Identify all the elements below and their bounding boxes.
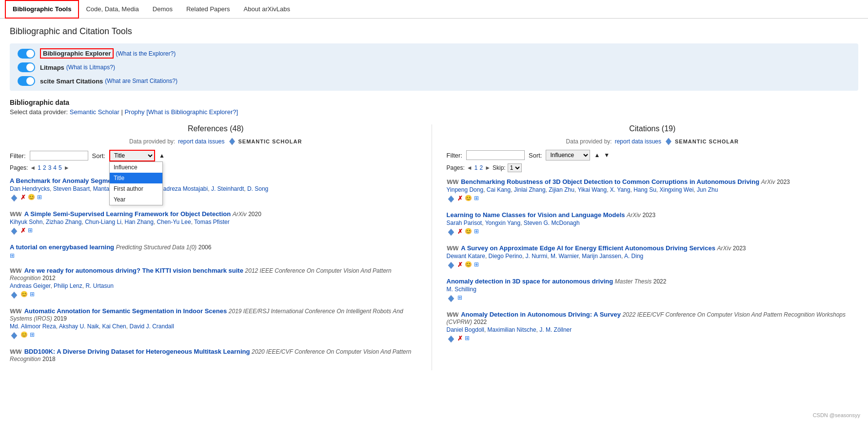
x-icon-c1[interactable]: ✗ (457, 195, 463, 203)
orange-icon-c1[interactable]: 😊 (465, 195, 472, 203)
grid-icon-c1[interactable]: ⊞ (474, 195, 479, 203)
tab-about-arxivlabs[interactable]: About arXivLabs (237, 0, 297, 19)
ss-icon-c1[interactable] (447, 195, 455, 203)
cit-authors-1: Yinpeng Dong, Cai Kang, Jinlai Zhang, Zi… (447, 186, 859, 193)
ref-title-3[interactable]: A tutorial on energybased learning (10, 243, 114, 251)
cit-title-2[interactable]: Learning to Name Classes for Vision and … (447, 211, 625, 219)
toggle-explorer[interactable] (18, 49, 35, 59)
references-sort-select[interactable]: Influence Title First author Year (110, 151, 154, 161)
ww-prefix-6: 𝕎𝕎 (10, 349, 21, 355)
cit-sort-desc[interactable]: ▼ (604, 152, 610, 159)
provider-semantic-scholar[interactable]: Semantic Scholar (70, 108, 119, 116)
x-icon-1[interactable]: ✗ (20, 194, 26, 202)
ref-authors-2: Kihyuk Sohn, Zizhao Zhang, Chun-Liang Li… (10, 219, 422, 225)
ref-title-5[interactable]: Automatic Annotation for Semantic Segmen… (24, 307, 227, 315)
citations-prev-page[interactable]: ◄ (467, 164, 473, 171)
main-content: Bibliographic and Citation Tools Bibliog… (0, 19, 868, 378)
cit-title-5[interactable]: Anomaly Detection in Autonomous Driving:… (461, 311, 621, 318)
ref-title-4[interactable]: Are we ready for autonomous driving? The… (24, 267, 243, 274)
ref-title-6[interactable]: BDD100K: A Diverse Driving Dataset for H… (24, 348, 250, 355)
grid-icon-c2[interactable]: ⊞ (474, 228, 479, 237)
top-nav: Bibliographic Tools Code, Data, Media De… (0, 0, 868, 19)
ss-icon-c5[interactable] (447, 335, 455, 343)
grid-icon-c4[interactable]: ⊞ (457, 294, 462, 303)
orange-icon-4[interactable]: 😊 (20, 291, 28, 300)
sort-dropdown-overlay: Influence Title First author Year (109, 161, 163, 205)
sort-option-title[interactable]: Title (110, 173, 162, 183)
cit-title-3[interactable]: A Survey on Approximate Edge AI for Ener… (461, 244, 715, 252)
references-page-3[interactable]: 3 (48, 164, 52, 171)
citations-next-page[interactable]: ► (485, 164, 491, 171)
citations-page-2[interactable]: 2 (479, 164, 483, 171)
toggle-litmaps[interactable] (18, 62, 35, 72)
orange-icon-c3[interactable]: 😊 (465, 261, 472, 270)
scite-link[interactable]: (What are Smart Citations?) (105, 78, 178, 84)
provider-prophy[interactable]: Prophy (124, 108, 144, 116)
references-page-1[interactable]: 1 (38, 164, 41, 171)
sort-asc-icon[interactable]: ▲ (159, 152, 165, 159)
explorer-link[interactable]: (What is the Explorer?) (116, 50, 176, 57)
ss-icon-c2[interactable] (447, 228, 455, 237)
references-page-5[interactable]: 5 (59, 164, 62, 171)
ww-prefix-2: 𝕎𝕎 (10, 211, 21, 217)
sort-option-year[interactable]: Year (110, 194, 162, 205)
orange-icon-1[interactable]: 😊 (28, 194, 35, 202)
litmaps-link[interactable]: (What is Litmaps?) (66, 64, 115, 71)
cit-sort-asc[interactable]: ▲ (594, 152, 600, 159)
tab-bibliographic-tools[interactable]: Bibliographic Tools (5, 0, 79, 19)
cit-year-5: 2022 (474, 319, 487, 325)
citations-page-1[interactable]: 1 (474, 164, 478, 171)
ss-icon-c4[interactable] (447, 294, 455, 303)
x-icon-c5[interactable]: ✗ (457, 335, 463, 343)
orange-icon-c2[interactable]: 😊 (465, 228, 472, 237)
sort-option-influence[interactable]: Influence (110, 162, 162, 173)
toggle-scite[interactable] (18, 76, 35, 86)
grid-icon-2[interactable]: ⊞ (28, 227, 33, 236)
orange-icon-5[interactable]: 😊 (20, 331, 28, 340)
references-next-page[interactable]: ► (64, 164, 70, 171)
references-page-2[interactable]: 2 (43, 164, 46, 171)
grid-icon-c3[interactable]: ⊞ (474, 261, 479, 270)
cit-item-4: Anomaly detection in 3D space for autono… (447, 278, 859, 303)
cit-title-1[interactable]: Benchmarking Robustness of 3D Object Det… (461, 178, 759, 185)
citations-filter-input[interactable] (466, 150, 525, 160)
ref-item-1: A Benchmark for Anomaly Segmentation ArX… (10, 177, 422, 202)
references-filter-input[interactable] (30, 151, 88, 161)
tab-related-papers[interactable]: Related Papers (179, 0, 237, 19)
ss-icon-4[interactable] (10, 291, 19, 300)
citations-column: Citations (19) Data provided by: report … (432, 124, 859, 370)
tab-code-data-media[interactable]: Code, Data, Media (79, 0, 145, 19)
ref-year-2: 2020 (248, 211, 261, 218)
sort-option-first-author[interactable]: First author (110, 183, 162, 194)
semantic-scholar-logo-ref: SEMANTIC SCHOLAR (228, 137, 302, 146)
ss-diamond-icon-cit (664, 137, 673, 146)
grid-icon-5[interactable]: ⊞ (30, 331, 35, 340)
x-icon-c2[interactable]: ✗ (457, 228, 463, 237)
citations-skip-select[interactable]: 1 2 (508, 163, 522, 172)
ss-icon-c3[interactable] (447, 261, 455, 270)
tab-demos[interactable]: Demos (146, 0, 179, 19)
cit-icons-3: ✗ 😊 ⊞ (447, 261, 859, 270)
ss-icon-5[interactable] (10, 331, 19, 340)
references-page-4[interactable]: 4 (53, 164, 57, 171)
toggle-section: Bibliographic Explorer (What is the Expl… (10, 43, 858, 91)
ss-icon-2[interactable] (10, 227, 19, 236)
citations-report-link[interactable]: report data issues (615, 138, 661, 145)
ss-icon-1[interactable] (10, 194, 19, 202)
ref-item-3: A tutorial on energybased learning Predi… (10, 243, 422, 259)
toggle-row-litmaps: Litmaps (What is Litmaps?) (18, 62, 850, 72)
grid-icon-4[interactable]: ⊞ (30, 291, 35, 300)
cit-title-4[interactable]: Anomaly detection in 3D space for autono… (447, 278, 613, 285)
grid-icon-c5[interactable]: ⊞ (465, 335, 470, 343)
references-report-link[interactable]: report data issues (178, 138, 224, 145)
ref-title-2[interactable]: A Simple Semi-Supervised Learning Framew… (24, 210, 231, 218)
references-prev-page[interactable]: ◄ (30, 164, 36, 171)
x-icon-2[interactable]: ✗ (20, 227, 26, 236)
grid-icon-3[interactable]: ⊞ (10, 252, 15, 259)
ref-icons-4: 😊 ⊞ (10, 291, 422, 300)
x-icon-c3[interactable]: ✗ (457, 261, 463, 270)
provider-what-is[interactable]: [What is Bibliographic Explorer?] (146, 108, 238, 116)
citations-sort-select[interactable]: Influence Title First author Year (546, 150, 590, 161)
grid-icon-1[interactable]: ⊞ (37, 194, 42, 202)
cit-authors-5: Daniel Bogdoll, Maximilian Nitsche, J. M… (447, 326, 859, 333)
